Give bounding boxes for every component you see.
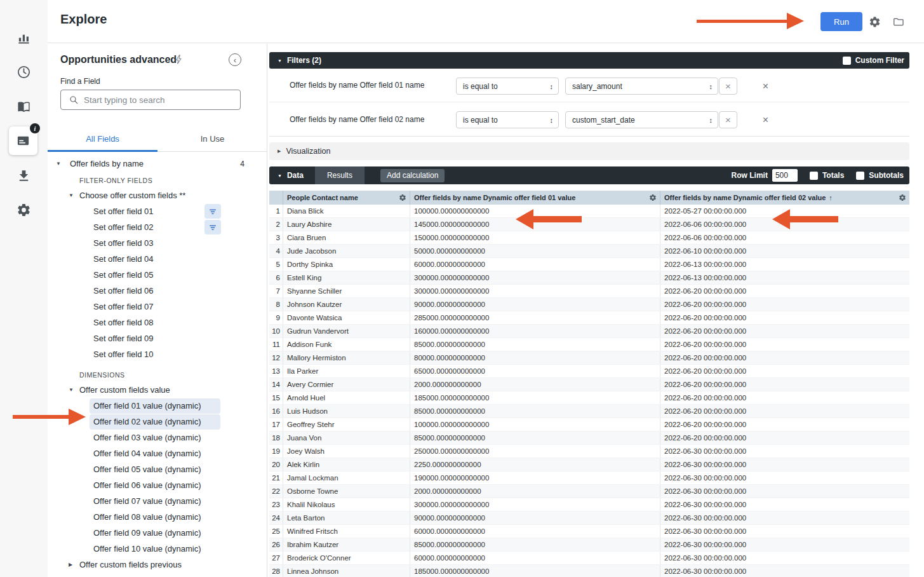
cell-offer-field-01-value[interactable]: 60000.000000000000 <box>410 258 660 271</box>
collapse-panel-icon[interactable]: ‹ <box>229 53 241 66</box>
cell-offer-field-01-value[interactable]: 100000.000000000000 <box>410 205 660 217</box>
filter-operator-select[interactable]: is equal to ↕ <box>456 78 559 95</box>
remove-filter-button[interactable]: × <box>757 111 774 128</box>
dimension-offer-field-05-value[interactable]: Offer field 05 value (dynamic) <box>48 461 267 477</box>
group-offer-custom-fields-value[interactable]: ▼ Offer custom fields value <box>48 382 267 398</box>
filter-operator-select[interactable]: is equal to ↕ <box>456 111 559 128</box>
row-limit-input[interactable] <box>772 169 798 182</box>
cell-offer-field-02-value[interactable]: 2022-06-20 00:00:00.000 <box>660 338 909 351</box>
custom-filter-checkbox[interactable] <box>843 57 851 65</box>
column-gear-icon[interactable] <box>899 194 906 201</box>
column-header-offer-field-01-value[interactable]: Offer fields by name Dynamic offer field… <box>410 191 660 205</box>
cell-offer-field-02-value[interactable]: 2022-06-30 00:00:00.000 <box>660 445 909 458</box>
cell-contact-name[interactable]: Mallory Hermiston <box>283 351 410 364</box>
tab-in-use[interactable]: In Use <box>157 126 267 151</box>
totals-checkbox[interactable] <box>810 172 818 180</box>
cell-offer-field-02-value[interactable]: 2022-06-30 00:00:00.000 <box>660 565 909 577</box>
cell-contact-name[interactable]: Addison Funk <box>283 338 410 351</box>
cell-contact-name[interactable]: Johnson Kautzer <box>283 298 410 311</box>
filter-value-select[interactable]: salary_amount ↕ <box>565 78 718 95</box>
column-header-offer-field-02-value[interactable]: Offer fields by name Dynamic offer field… <box>660 191 909 205</box>
cell-offer-field-02-value[interactable]: 2022-06-30 00:00:00.000 <box>660 525 909 538</box>
cell-offer-field-01-value[interactable]: 150000.000000000000 <box>410 231 660 244</box>
field-set-offer-03[interactable]: Set offer field 03 <box>48 235 267 251</box>
cell-offer-field-02-value[interactable]: 2022-06-13 00:00:00.000 <box>660 271 909 284</box>
field-set-offer-06[interactable]: Set offer field 06 <box>48 283 267 299</box>
cell-contact-name[interactable]: Avery Cormier <box>283 378 410 391</box>
subtotals-checkbox[interactable] <box>856 172 864 180</box>
clock-icon[interactable] <box>17 65 31 79</box>
cell-contact-name[interactable]: Arnold Huel <box>283 391 410 404</box>
cell-contact-name[interactable]: Khalil Nikolaus <box>283 498 410 511</box>
cell-offer-field-02-value[interactable]: 2022-06-30 00:00:00.000 <box>660 552 909 564</box>
add-calculation-button[interactable]: Add calculation <box>380 169 445 182</box>
cell-contact-name[interactable]: Alek Kirlin <box>283 458 410 471</box>
run-button[interactable]: Run <box>820 12 862 31</box>
dimension-offer-field-04-value[interactable]: Offer field 04 value (dynamic) <box>48 445 267 461</box>
cell-offer-field-02-value[interactable]: 2022-06-13 00:00:00.000 <box>660 258 909 271</box>
cell-contact-name[interactable]: Ibrahim Kautzer <box>283 538 410 551</box>
cell-offer-field-01-value[interactable]: 300000.000000000000 <box>410 271 660 284</box>
cell-offer-field-02-value[interactable]: 2022-06-10 00:00:00.000 <box>660 245 909 257</box>
download-icon[interactable] <box>17 168 31 183</box>
visualization-section-bar[interactable]: ▶ Visualization <box>269 142 909 160</box>
field-set-offer-10[interactable]: Set offer field 10 <box>48 346 267 362</box>
column-gear-icon[interactable] <box>649 194 657 201</box>
cell-offer-field-02-value[interactable]: 2022-06-20 00:00:00.000 <box>660 285 909 297</box>
cell-contact-name[interactable]: Linnea Johnson <box>283 565 410 577</box>
column-header-contact-name[interactable]: People Contact name <box>283 191 410 205</box>
filter-active-button[interactable] <box>204 204 221 219</box>
cell-offer-field-02-value[interactable]: 2022-06-30 00:00:00.000 <box>660 472 909 484</box>
cell-offer-field-01-value[interactable]: 50000.000000000000 <box>410 245 660 257</box>
cell-contact-name[interactable]: Osborne Towne <box>283 485 410 498</box>
cell-offer-field-02-value[interactable]: 2022-06-20 00:00:00.000 <box>660 325 909 337</box>
cell-offer-field-02-value[interactable]: 2022-06-06 00:00:00.000 <box>660 231 909 244</box>
tab-all-fields[interactable]: All Fields <box>48 126 157 151</box>
cell-offer-field-02-value[interactable]: 2022-06-20 00:00:00.000 <box>660 378 909 391</box>
book-icon[interactable] <box>17 99 31 114</box>
field-set-offer-07[interactable]: Set offer field 07 <box>48 299 267 315</box>
cell-contact-name[interactable]: Estell King <box>283 271 410 284</box>
cell-offer-field-01-value[interactable]: 65000.000000000000 <box>410 365 660 377</box>
filter-active-button[interactable] <box>204 220 221 234</box>
cell-contact-name[interactable]: Winifred Fritsch <box>283 525 410 538</box>
cell-contact-name[interactable]: Laury Abshire <box>283 218 410 231</box>
cell-offer-field-01-value[interactable]: 85000.000000000000 <box>410 538 660 551</box>
field-set-offer-01[interactable]: Set offer field 01 <box>48 203 267 219</box>
cell-offer-field-01-value[interactable]: 300000.000000000000 <box>410 498 660 511</box>
filters-section-bar[interactable]: ▼ Filters (2) Custom Filter <box>269 52 909 69</box>
cell-offer-field-01-value[interactable]: 2000.000000000000 <box>410 378 660 391</box>
cell-offer-field-01-value[interactable]: 160000.000000000000 <box>410 325 660 337</box>
cell-offer-field-01-value[interactable]: 185000.000000000000 <box>410 391 660 404</box>
cell-offer-field-01-value[interactable]: 2250.000000000000 <box>410 458 660 471</box>
cell-offer-field-02-value[interactable]: 2022-06-20 00:00:00.000 <box>660 298 909 311</box>
cell-offer-field-01-value[interactable]: 60000.000000000000 <box>410 525 660 538</box>
cell-offer-field-01-value[interactable]: 85000.000000000000 <box>410 338 660 351</box>
cell-offer-field-02-value[interactable]: 2022-06-30 00:00:00.000 <box>660 498 909 511</box>
cell-contact-name[interactable]: Ila Parker <box>283 365 410 377</box>
cell-contact-name[interactable]: Dorthy Spinka <box>283 258 410 271</box>
cell-offer-field-02-value[interactable]: 2022-06-20 00:00:00.000 <box>660 405 909 417</box>
cell-contact-name[interactable]: Juana Von <box>283 431 410 444</box>
cell-offer-field-01-value[interactable]: 300000.000000000000 <box>410 285 660 297</box>
clear-value-button[interactable]: × <box>719 78 737 95</box>
cell-offer-field-02-value[interactable]: 2022-06-20 00:00:00.000 <box>660 311 909 324</box>
clear-value-button[interactable]: × <box>719 111 737 128</box>
field-search-input[interactable] <box>84 95 240 105</box>
field-set-offer-02[interactable]: Set offer field 02 <box>48 219 267 235</box>
field-set-offer-09[interactable]: Set offer field 09 <box>48 330 267 346</box>
group-offer-custom-fields-previous[interactable]: ▶ Offer custom fields previous <box>48 557 267 573</box>
cell-contact-name[interactable]: Jamal Lockman <box>283 472 410 484</box>
bar-chart-icon[interactable] <box>17 31 31 45</box>
field-set-offer-05[interactable]: Set offer field 05 <box>48 267 267 283</box>
remove-filter-button[interactable]: × <box>757 78 774 95</box>
cell-contact-name[interactable]: Jude Jacobson <box>283 245 410 257</box>
cell-offer-field-01-value[interactable]: 90000.000000000000 <box>410 512 660 524</box>
cell-offer-field-02-value[interactable]: 2022-06-30 00:00:00.000 <box>660 458 909 471</box>
cell-offer-field-02-value[interactable]: 2022-06-20 00:00:00.000 <box>660 365 909 377</box>
cell-offer-field-01-value[interactable]: 80000.000000000000 <box>410 351 660 364</box>
cell-offer-field-01-value[interactable]: 185000.000000000000 <box>410 565 660 577</box>
folder-icon[interactable] <box>892 16 904 28</box>
cell-offer-field-01-value[interactable]: 190000.000000000000 <box>410 472 660 484</box>
cell-offer-field-01-value[interactable]: 85000.000000000000 <box>410 405 660 417</box>
